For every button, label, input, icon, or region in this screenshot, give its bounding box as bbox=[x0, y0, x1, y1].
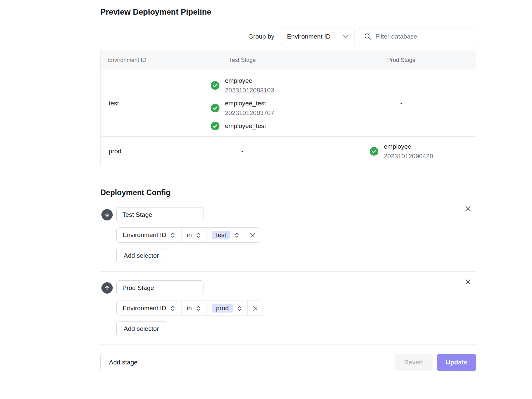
column-header-prod-stage: Prod Stage bbox=[326, 57, 476, 64]
database-version: 20231012093707 bbox=[225, 108, 274, 118]
move-stage-up-button[interactable] bbox=[101, 282, 113, 294]
pipeline-table-header: Environment ID Test Stage Prod Stage bbox=[101, 50, 476, 70]
database-version: 20231012090420 bbox=[384, 151, 433, 161]
check-circle-icon bbox=[211, 122, 219, 130]
stage-block-test: Environment ID in test bbox=[100, 207, 476, 263]
chevron-up-down-icon bbox=[170, 232, 175, 239]
stage-block-prod: Environment ID in prod bbox=[100, 280, 476, 336]
chevron-up-down-icon bbox=[196, 305, 201, 312]
environment-id-cell: test bbox=[101, 100, 159, 107]
close-icon bbox=[465, 278, 471, 285]
check-circle-icon bbox=[370, 147, 378, 156]
update-button[interactable]: Update bbox=[437, 354, 476, 371]
group-by-select[interactable]: Environment ID bbox=[281, 28, 354, 45]
database-name: employee bbox=[225, 76, 274, 85]
database-item: employee_test 20231012093707 bbox=[211, 98, 274, 118]
pipeline-row-prod: prod - employee 20231012090420 bbox=[101, 136, 476, 166]
selector-bar: Environment ID in test bbox=[116, 227, 260, 243]
database-item: employee 20231012090420 bbox=[370, 142, 433, 161]
database-name: employee bbox=[384, 142, 433, 151]
main-content: Preview Deployment Pipeline Group by Env… bbox=[100, 0, 476, 390]
pipeline-table: Environment ID Test Stage Prod Stage tes… bbox=[100, 50, 476, 166]
remove-selector-button[interactable] bbox=[245, 228, 260, 242]
environment-id-cell: prod bbox=[101, 148, 159, 155]
column-header-environment-id: Environment ID bbox=[101, 57, 159, 64]
selector-value-select[interactable]: test bbox=[206, 228, 245, 242]
prod-stage-cell: employee 20231012090420 bbox=[326, 142, 476, 161]
move-stage-down-button[interactable] bbox=[101, 209, 113, 220]
database-item: employee 20231012083103 bbox=[211, 76, 274, 95]
selector-operator-select[interactable]: in bbox=[181, 301, 206, 316]
stage-divider bbox=[100, 271, 476, 272]
arrow-down-icon bbox=[104, 212, 110, 218]
selector-value-pill: test bbox=[212, 231, 231, 239]
bottom-divider bbox=[100, 390, 476, 390]
check-circle-icon bbox=[211, 104, 219, 112]
remove-stage-button[interactable] bbox=[463, 277, 473, 287]
stage-name-input[interactable] bbox=[116, 207, 203, 222]
add-stage-button[interactable]: Add stage bbox=[100, 354, 146, 371]
database-item: employee_test bbox=[211, 121, 274, 131]
selector-field-select[interactable]: Environment ID bbox=[117, 301, 181, 316]
remove-selector-button[interactable] bbox=[247, 301, 263, 316]
database-version: 20231012083103 bbox=[225, 85, 274, 95]
chevron-up-down-icon bbox=[234, 232, 239, 239]
selector-operator-value: in bbox=[187, 231, 192, 239]
footer-actions: Add stage Revert Update bbox=[100, 354, 476, 371]
empty-cell-dash: - bbox=[159, 148, 326, 155]
close-icon bbox=[465, 205, 471, 212]
selector-bar: Environment ID in prod bbox=[116, 301, 263, 316]
filter-database-input[interactable] bbox=[375, 33, 471, 41]
empty-cell-dash: - bbox=[326, 100, 476, 107]
selector-value-select[interactable]: prod bbox=[206, 301, 247, 316]
search-icon bbox=[364, 33, 371, 40]
group-by-label: Group by bbox=[248, 33, 274, 40]
add-selector-button[interactable]: Add selector bbox=[116, 248, 166, 263]
group-by-selected-value: Environment ID bbox=[287, 33, 331, 40]
filter-database-box bbox=[359, 28, 476, 45]
check-circle-icon bbox=[211, 81, 219, 90]
chevron-up-down-icon bbox=[237, 305, 242, 312]
pipeline-row-test: test employee 20231012083103 employee_te… bbox=[101, 70, 476, 136]
database-name: employee_test bbox=[225, 121, 266, 131]
stage-name-input[interactable] bbox=[116, 280, 203, 295]
remove-stage-button[interactable] bbox=[463, 204, 473, 213]
arrow-up-icon bbox=[104, 285, 110, 291]
toolbar: Group by Environment ID bbox=[100, 28, 476, 45]
selector-value-pill: prod bbox=[212, 304, 233, 313]
footer-top-divider bbox=[100, 344, 476, 345]
add-selector-button[interactable]: Add selector bbox=[116, 321, 166, 336]
selector-field-value: Environment ID bbox=[123, 305, 166, 312]
deployment-config-heading: Deployment Config bbox=[100, 188, 476, 197]
column-header-test-stage: Test Stage bbox=[159, 57, 326, 64]
page-title: Preview Deployment Pipeline bbox=[100, 7, 476, 17]
test-stage-cell: employee 20231012083103 employee_test 20… bbox=[159, 76, 326, 131]
x-icon bbox=[252, 305, 258, 312]
chevron-down-icon bbox=[343, 35, 348, 38]
selector-operator-select[interactable]: in bbox=[181, 228, 206, 242]
x-icon bbox=[249, 232, 256, 238]
selector-field-select[interactable]: Environment ID bbox=[117, 228, 181, 242]
database-name: employee_test bbox=[225, 98, 274, 108]
revert-button[interactable]: Revert bbox=[395, 354, 433, 371]
chevron-up-down-icon bbox=[170, 305, 175, 312]
selector-field-value: Environment ID bbox=[123, 231, 166, 239]
selector-operator-value: in bbox=[187, 305, 192, 312]
chevron-up-down-icon bbox=[196, 232, 201, 239]
